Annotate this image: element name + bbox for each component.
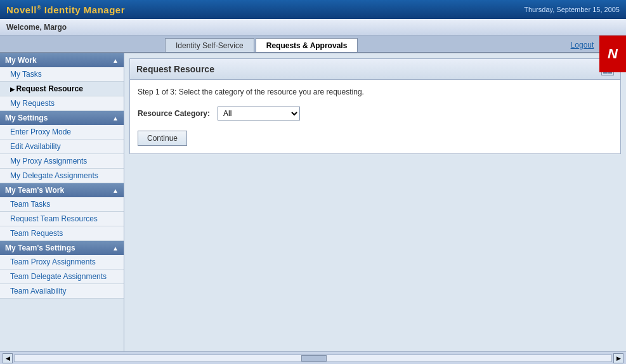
collapse-icon-teams-work: ▲ <box>112 187 119 194</box>
resource-category-label: Resource Category: <box>138 109 210 118</box>
sidebar-item-edit-availability[interactable]: Edit Availability <box>0 140 124 154</box>
content-body: Step 1 of 3: Select the category of the … <box>130 80 620 153</box>
sidebar-item-my-requests[interactable]: My Requests <box>0 96 124 111</box>
welcome-text: Welcome, Margo <box>6 23 67 32</box>
sidebar-item-my-tasks[interactable]: My Tasks <box>0 67 124 82</box>
main-layout: My Work ▲ My Tasks Request Resource My R… <box>0 53 626 351</box>
content-area: Request Resource Step 1 of 3: Select the… <box>124 53 626 351</box>
sidebar-section-my-work[interactable]: My Work ▲ <box>0 53 124 67</box>
nav-tabs: Identity Self-Service Requests & Approva… <box>0 36 626 53</box>
resource-category-row: Resource Category: All Roles Resources <box>138 107 613 120</box>
tab-identity-self-service[interactable]: Identity Self-Service <box>165 38 254 52</box>
content-panel-header: Request Resource <box>130 59 620 80</box>
logout-link[interactable]: Logout <box>571 41 594 49</box>
novell-brand: Novell® Identity Manager <box>6 4 125 15</box>
app-header: Novell® Identity Manager Thursday, Septe… <box>0 0 626 19</box>
tab-requests-approvals[interactable]: Requests & Approvals <box>256 38 358 52</box>
app-title: Novell® Identity Manager <box>6 4 125 15</box>
sidebar-item-team-delegate-assignments[interactable]: Team Delegate Assignments <box>0 270 124 284</box>
sidebar-item-team-availability[interactable]: Team Availability <box>0 284 124 299</box>
collapse-icon-teams-settings: ▲ <box>112 245 119 252</box>
resource-category-select[interactable]: All Roles Resources <box>218 107 300 120</box>
collapse-icon-my-work: ▲ <box>112 57 119 64</box>
collapse-icon-my-settings: ▲ <box>112 115 119 122</box>
sidebar-section-my-settings[interactable]: My Settings ▲ <box>0 111 124 125</box>
content-panel: Request Resource Step 1 of 3: Select the… <box>129 58 621 154</box>
sidebar-item-request-resource[interactable]: Request Resource <box>0 82 124 96</box>
sidebar-item-team-tasks[interactable]: Team Tasks <box>0 197 124 212</box>
panel-title: Request Resource <box>136 64 214 74</box>
sidebar-item-my-proxy-assignments[interactable]: My Proxy Assignments <box>0 154 124 169</box>
scroll-right-arrow[interactable]: ▶ <box>613 353 623 363</box>
bottom-scrollbar[interactable]: ◀ ▶ <box>0 351 626 364</box>
sidebar-item-team-requests[interactable]: Team Requests <box>0 226 124 241</box>
scroll-left-arrow[interactable]: ◀ <box>3 353 13 363</box>
scrollbar-thumb[interactable] <box>301 355 327 361</box>
continue-button[interactable]: Continue <box>138 131 187 146</box>
sidebar-item-team-proxy-assignments[interactable]: Team Proxy Assignments <box>0 255 124 270</box>
novell-logo: N <box>599 36 626 72</box>
sidebar-section-my-teams-settings[interactable]: My Team's Settings ▲ <box>0 241 124 255</box>
sidebar-item-enter-proxy-mode[interactable]: Enter Proxy Mode <box>0 125 124 140</box>
sidebar-section-my-teams-work[interactable]: My Team's Work ▲ <box>0 183 124 197</box>
step-text: Step 1 of 3: Select the category of the … <box>138 88 613 96</box>
sidebar-item-request-team-resources[interactable]: Request Team Resources <box>0 212 124 226</box>
sidebar: My Work ▲ My Tasks Request Resource My R… <box>0 53 124 351</box>
welcome-bar: Welcome, Margo <box>0 19 626 36</box>
header-date: Thursday, September 15, 2005 <box>524 6 620 13</box>
scrollbar-track[interactable] <box>14 354 612 362</box>
sidebar-item-my-delegate-assignments[interactable]: My Delegate Assignments <box>0 169 124 183</box>
